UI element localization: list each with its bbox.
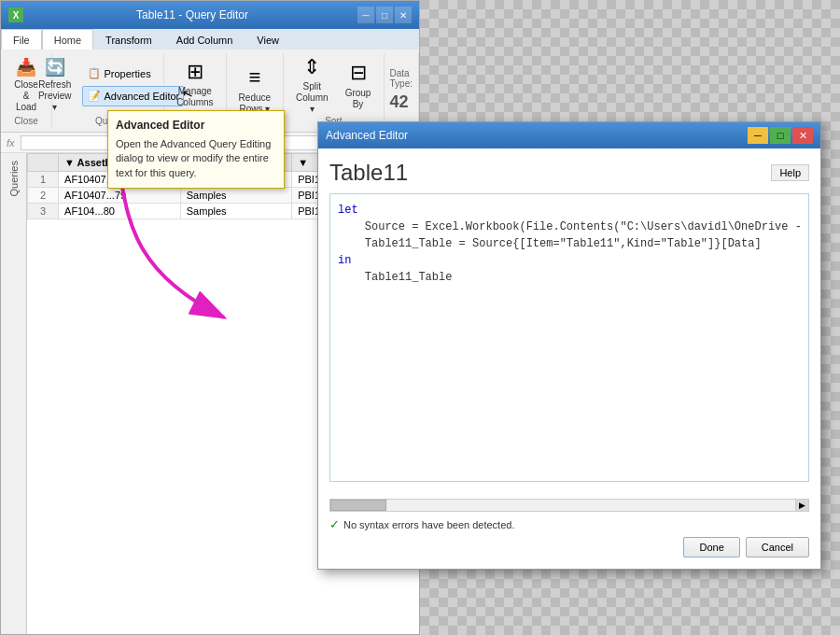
- tab-transform[interactable]: Transform: [93, 29, 164, 49]
- refresh-preview-button[interactable]: 🔄 RefreshPreview ▾: [32, 55, 78, 115]
- data-type-label: DataType:: [390, 68, 413, 89]
- row-num-2: 2: [28, 188, 59, 204]
- ribbon-group-data: DataType: 42: [385, 53, 419, 128]
- scrollbar-thumb[interactable]: [330, 500, 386, 511]
- group-by-button[interactable]: ⊟ GroupBy: [339, 55, 378, 115]
- tab-view[interactable]: View: [245, 29, 291, 49]
- cell-assetid-3: AF104...80: [59, 204, 181, 219]
- group-by-icon: ⊟: [345, 60, 371, 86]
- adv-help-button[interactable]: Help: [771, 164, 809, 181]
- row-num-1: 1: [28, 172, 59, 188]
- split-column-button[interactable]: ⇕ SplitColumn ▾: [289, 55, 334, 115]
- ribbon-group-sort: ⇕ SplitColumn ▾ ⊟ GroupBy Sort: [284, 53, 384, 128]
- cell-assetid-2: AF10407...79: [59, 188, 181, 204]
- adv-editor-footer: ▶ ✓ No syntax errors have been detected.…: [318, 493, 820, 569]
- adv-editor-textarea[interactable]: let Source = Excel.Workbook(File.Content…: [329, 193, 809, 482]
- split-column-label: SplitColumn ▾: [296, 81, 328, 115]
- data-group-content: DataType: 42: [390, 53, 413, 126]
- split-column-icon: ⇕: [299, 55, 325, 79]
- tab-add-column[interactable]: Add Column: [164, 29, 245, 49]
- advanced-editor-dialog: Advanced Editor ─ □ ✕ Table11 Help let S…: [317, 121, 821, 570]
- group-by-label: GroupBy: [345, 88, 371, 110]
- properties-icon: 📋: [87, 66, 102, 81]
- function-indicator: fx: [7, 137, 15, 148]
- manage-columns-icon: ⊞: [182, 60, 208, 84]
- query-group-content: 🔄 RefreshPreview ▾ 📋 Properties 📝 Advanc…: [32, 53, 184, 116]
- window-title: Table11 - Query Editor: [27, 8, 357, 21]
- minimize-button[interactable]: ─: [357, 7, 374, 23]
- cell-samples-2: Samples: [180, 188, 291, 204]
- adv-close-button[interactable]: ✕: [792, 127, 813, 144]
- adv-done-button[interactable]: Done: [683, 537, 739, 557]
- properties-label: Properties: [105, 68, 151, 79]
- adv-editor-content: Table11 Help let Source = Excel.Workbook…: [318, 148, 820, 493]
- col-header-rownum: [28, 154, 59, 172]
- cell-samples-3: Samples: [180, 204, 291, 219]
- adv-editor-title-text: Advanced Editor: [326, 129, 408, 142]
- queries-panel: Queries: [1, 153, 27, 634]
- ribbon-tabs: File Home Transform Add Column View: [1, 29, 419, 49]
- title-bar-controls: ─ □ ✕: [357, 7, 412, 23]
- row-num-3: 3: [28, 204, 59, 219]
- scroll-right-arrow[interactable]: ▶: [795, 500, 808, 511]
- adv-cancel-button[interactable]: Cancel: [746, 537, 809, 557]
- adv-query-name: Table11: [329, 160, 408, 186]
- adv-editor-icon: 📝: [87, 89, 102, 104]
- tab-home[interactable]: Home: [42, 29, 93, 49]
- app-icon: X: [8, 7, 23, 22]
- tab-file[interactable]: File: [1, 29, 42, 49]
- tooltip-title: Advanced Editor: [116, 119, 276, 132]
- adv-editor-title-bar: Advanced Editor ─ □ ✕: [318, 122, 820, 148]
- adv-title-controls: ─ □ ✕: [748, 127, 813, 144]
- status-check-icon: ✓: [329, 517, 340, 531]
- data-type-value: 42: [390, 92, 413, 112]
- title-bar: X Table11 - Query Editor ─ □ ✕: [1, 1, 419, 29]
- close-group-label: Close: [7, 116, 46, 128]
- refresh-icon: 🔄: [42, 57, 68, 78]
- adv-horizontal-scrollbar[interactable]: ▶: [329, 499, 809, 512]
- close-button[interactable]: ✕: [395, 7, 412, 23]
- adv-status-bar: ✓ No syntax errors have been detected.: [329, 517, 809, 531]
- tooltip-body: Open the Advanced Query Editing dialog t…: [116, 137, 276, 180]
- adv-dialog-buttons: Done Cancel: [329, 537, 809, 557]
- reduce-rows-icon: ≡: [242, 64, 268, 91]
- queries-label: Queries: [8, 161, 20, 197]
- refresh-label: RefreshPreview ▾: [38, 79, 72, 113]
- tooltip-popup: Advanced Editor Open the Advanced Query …: [107, 110, 285, 189]
- adv-minimize-button[interactable]: ─: [748, 127, 768, 144]
- maximize-button[interactable]: □: [376, 7, 393, 23]
- sort-group-content: ⇕ SplitColumn ▾ ⊟ GroupBy: [289, 53, 377, 116]
- status-message: No syntax errors have been detected.: [343, 519, 514, 530]
- adv-maximize-button[interactable]: □: [770, 127, 791, 144]
